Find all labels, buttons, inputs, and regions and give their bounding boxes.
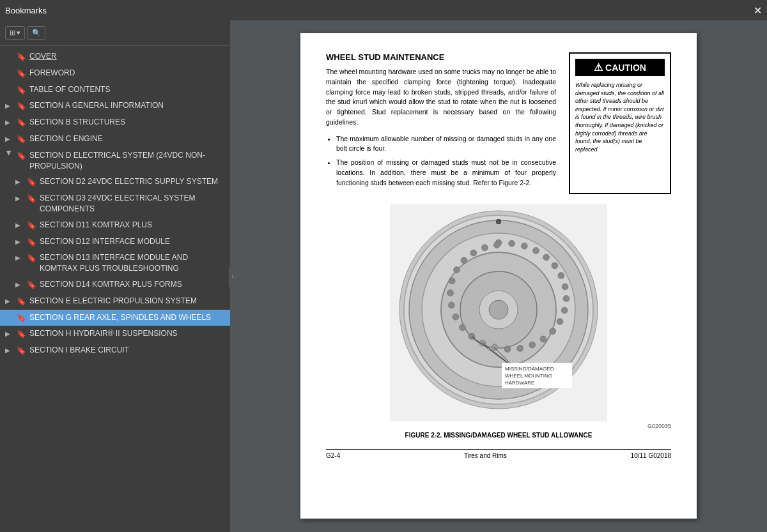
svg-point-12 <box>533 248 539 254</box>
bookmark-item-foreword[interactable]: 🔖 FOREWORD <box>0 65 230 82</box>
svg-point-24 <box>504 346 511 353</box>
bookmark-item-section-e[interactable]: ▶ 🔖 SECTION E ELECTRIC PROPULSION SYSTEM <box>0 293 230 310</box>
expand-arrow-a[interactable]: ▶ <box>5 100 14 110</box>
svg-text:WHEEL MOUNTING: WHEEL MOUNTING <box>505 373 552 379</box>
bookmark-label-section-a: SECTION A GENERAL INFORMATION <box>29 100 225 111</box>
bookmark-item-section-d14[interactable]: ▶ 🔖 SECTION D14 KOMTRAX PLUS FORMS <box>0 277 230 293</box>
bookmark-label-section-d14: SECTION D14 KOMTRAX PLUS FORMS <box>40 279 225 290</box>
sidebar-collapse-handle[interactable]: ‹ <box>229 266 236 287</box>
expand-arrow-d3[interactable]: ▶ <box>15 193 24 203</box>
bookmark-item-section-b[interactable]: ▶ 🔖 SECTION B STRUCTURES <box>0 114 230 131</box>
panel-title: Bookmarks <box>5 6 47 15</box>
bookmark-label-section-d2: SECTION D2 24VDC ELECTRIC SUPPLY SYSTEM <box>40 176 225 187</box>
search-bookmarks-button[interactable]: 🔍 <box>27 26 45 40</box>
svg-point-25 <box>492 344 498 351</box>
bookmark-icon: 🔖 <box>17 133 27 145</box>
svg-point-23 <box>517 346 523 352</box>
bookmark-item-section-c[interactable]: ▶ 🔖 SECTION C ENGINE <box>0 131 230 148</box>
bookmark-label-section-h: SECTION H HYDRAIR® II SUSPENSIONS <box>29 328 225 339</box>
bookmark-item-section-d13[interactable]: ▶ 🔖 SECTION D13 INTERFACE MODULE AND KOM… <box>0 250 230 277</box>
footer-page-number: G2-4 <box>326 452 340 459</box>
bookmark-list: 🔖 COVER 🔖 FOREWORD 🔖 TABLE OF CONTENTS ▶… <box>0 46 230 532</box>
expand-arrow-d12[interactable]: ▶ <box>15 236 24 247</box>
svg-point-15 <box>558 273 564 279</box>
bookmark-icon: 🔖 <box>17 84 27 96</box>
grid-icon: ⊞ <box>10 29 15 37</box>
svg-point-18 <box>561 307 568 314</box>
expand-arrow-i[interactable]: ▶ <box>5 345 14 355</box>
expand-placeholder <box>5 312 14 323</box>
bookmark-item-section-d2[interactable]: ▶ 🔖 SECTION D2 24VDC ELECTRIC SUPPLY SYS… <box>0 174 230 190</box>
svg-point-21 <box>540 336 546 342</box>
bookmark-icon: 🔖 <box>17 117 27 128</box>
chevron-down-icon: ▾ <box>17 29 20 37</box>
bookmark-label-section-e: SECTION E ELECTRIC PROPULSION SYSTEM <box>29 296 225 307</box>
close-button[interactable]: ✕ <box>754 4 762 17</box>
bookmark-icon: 🔖 <box>17 296 27 307</box>
svg-text:HARDWARE: HARDWARE <box>505 380 534 386</box>
bookmark-label-section-c: SECTION C ENGINE <box>29 133 225 144</box>
bookmark-item-toc[interactable]: 🔖 TABLE OF CONTENTS <box>0 82 230 98</box>
expand-arrow-d11[interactable]: ▶ <box>15 220 24 230</box>
svg-point-32 <box>449 278 455 284</box>
sidebar-toolbar: ⊞ ▾ 🔍 <box>0 20 230 46</box>
svg-point-28 <box>460 324 466 331</box>
svg-point-13 <box>543 254 550 261</box>
bookmark-item-section-i[interactable]: ▶ 🔖 SECTION I BRAKE CIRCUIT <box>0 342 230 359</box>
bookmark-label-section-d: SECTION D ELECTRICAL SYSTEM (24VDC NON-P… <box>29 150 225 172</box>
bookmark-label-section-b: SECTION B STRUCTURES <box>29 117 225 128</box>
svg-point-30 <box>448 302 454 308</box>
bookmark-item-section-h[interactable]: ▶ 🔖 SECTION H HYDRAIR® II SUSPENSIONS <box>0 326 230 342</box>
caution-title: CAUTION <box>605 63 646 73</box>
bookmark-item-cover[interactable]: 🔖 COVER <box>0 49 230 65</box>
svg-point-31 <box>447 290 454 296</box>
bookmark-item-section-a[interactable]: ▶ 🔖 SECTION A GENERAL INFORMATION <box>0 98 230 114</box>
expand-arrow-d[interactable]: ▶ <box>4 151 15 160</box>
bookmark-icon: 🔖 <box>17 100 27 112</box>
bookmark-item-section-d12[interactable]: ▶ 🔖 SECTION D12 INTERFACE MODULE <box>0 234 230 250</box>
svg-point-8 <box>489 300 508 319</box>
bookmark-item-section-d11[interactable]: ▶ 🔖 SECTION D11 KOMTRAX PLUS <box>0 217 230 234</box>
bookmark-label-section-d11: SECTION D11 KOMTRAX PLUS <box>40 220 225 231</box>
svg-point-34 <box>461 257 467 264</box>
bookmark-item-section-d[interactable]: ▶ 🔖 SECTION D ELECTRICAL SYSTEM (24VDC N… <box>0 148 230 174</box>
figure-caption: FIGURE 2-2. MISSING/DAMAGED WHEEL STUD A… <box>405 432 593 439</box>
svg-point-11 <box>521 243 527 249</box>
expand-arrow-d14[interactable]: ▶ <box>15 279 24 289</box>
page-text-column: WHEEL STUD MAINTENANCE The wheel mountin… <box>326 52 556 194</box>
expand-placeholder <box>5 84 14 95</box>
expand-arrow-d2[interactable]: ▶ <box>15 176 24 186</box>
bookmarks-sidebar: ⊞ ▾ 🔍 🔖 COVER 🔖 FOREWORD <box>0 20 230 532</box>
svg-point-38 <box>496 219 501 224</box>
svg-point-37 <box>493 242 500 248</box>
search-icon: 🔍 <box>32 29 41 37</box>
caution-box: ⚠ CAUTION While replacing missing or dam… <box>569 52 671 194</box>
warning-triangle-icon: ⚠ <box>594 61 603 73</box>
bookmark-label-toc: TABLE OF CONTENTS <box>29 84 225 95</box>
svg-point-35 <box>470 250 477 256</box>
bookmark-item-section-g[interactable]: 🔖 SECTION G REAR AXLE, SPINDLES AND WHEE… <box>0 310 230 326</box>
expand-arrow-c[interactable]: ▶ <box>5 133 14 144</box>
expand-arrow-b[interactable]: ▶ <box>5 117 14 127</box>
top-bar: Bookmarks ✕ <box>0 0 767 20</box>
bookmark-icon: 🔖 <box>17 51 27 63</box>
bullet-item-2: The position of missing or damaged studs… <box>336 158 556 188</box>
expand-arrow-d13[interactable]: ▶ <box>15 252 24 262</box>
page-title: WHEEL STUD MAINTENANCE <box>326 52 556 62</box>
svg-point-19 <box>557 319 563 325</box>
page-footer: G2-4 Tires and Rims 10/11 G02018 <box>326 449 671 459</box>
figure-id: G020035 <box>326 423 671 429</box>
expand-all-button[interactable]: ⊞ ▾ <box>5 26 25 40</box>
svg-point-10 <box>509 241 515 247</box>
expand-arrow-h[interactable]: ▶ <box>5 328 14 338</box>
expand-placeholder <box>5 51 14 61</box>
bookmark-icon: 🔖 <box>27 176 37 188</box>
bookmark-item-section-d3[interactable]: ▶ 🔖 SECTION D3 24VDC ELECTRICAL SYSTEM C… <box>0 190 230 217</box>
footer-date-code: 10/11 G02018 <box>631 452 671 459</box>
expand-arrow-e[interactable]: ▶ <box>5 296 14 306</box>
svg-point-29 <box>453 314 459 320</box>
svg-point-33 <box>454 267 460 273</box>
svg-point-14 <box>552 262 558 269</box>
footer-center-text: Tires and Rims <box>464 452 507 459</box>
document-viewer[interactable]: WHEEL STUD MAINTENANCE The wheel mountin… <box>230 20 767 532</box>
